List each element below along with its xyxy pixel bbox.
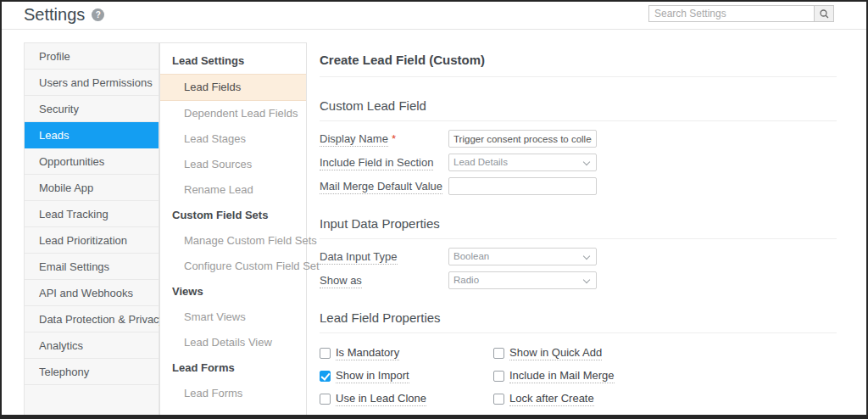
include-in-mail-merge-checkbox[interactable] xyxy=(493,371,504,382)
subnav-item-lead-sources[interactable]: Lead Sources xyxy=(160,152,306,177)
sidebar-item-opportunities[interactable]: Opportunities xyxy=(25,148,159,175)
subnav-group-custom-field-sets: Custom Field Sets xyxy=(160,203,306,228)
subnav-item-smart-views[interactable]: Smart Views xyxy=(160,304,306,330)
lock-after-create-option[interactable]: Lock after Create xyxy=(493,390,667,407)
chevron-down-icon xyxy=(583,277,590,283)
sidebar-item-profile[interactable]: Profile xyxy=(25,43,159,70)
subnav-item-manage-custom-field-sets[interactable]: Manage Custom Field Sets xyxy=(160,228,306,254)
sidebar-item-mobile-app[interactable]: Mobile App xyxy=(25,175,159,201)
subnav-group-lead-settings: Lead Settings xyxy=(160,48,306,74)
checkbox-column-1: Is Mandatory Show in Import Use in Lead … xyxy=(320,344,493,413)
sidebar-item-analytics[interactable]: Analytics xyxy=(25,332,159,359)
subnav-item-lead-details-view[interactable]: Lead Details View xyxy=(160,330,306,355)
settings-sidebar: Profile Users and Permissions Security L… xyxy=(24,42,159,415)
is-mandatory-checkbox[interactable] xyxy=(320,348,331,359)
show-in-import-checkbox[interactable] xyxy=(320,371,331,382)
sidebar-item-data-protection[interactable]: Data Protection & Privacy xyxy=(25,306,159,332)
subnav-item-lead-fields[interactable]: Lead Fields xyxy=(160,74,306,101)
display-name-field[interactable] xyxy=(448,130,597,148)
main-content: Create Lead Field (Custom) Custom Lead F… xyxy=(320,42,856,419)
header: Settings? xyxy=(2,2,866,30)
display-name-label: Display Name* xyxy=(320,132,448,145)
sidebar-item-lead-prioritization[interactable]: Lead Prioritization xyxy=(25,227,159,254)
subnav-item-dependent-lead-fields[interactable]: Dependent Lead Fields xyxy=(160,101,306,126)
selected-value: Boolean xyxy=(453,251,489,261)
section-custom-lead-field: Custom Lead Field xyxy=(320,98,837,121)
show-as-row: Show as Radio xyxy=(320,271,856,289)
mail-merge-default-value-row: Mail Merge Default Value xyxy=(320,177,856,195)
subnav-item-configure-custom-field-set[interactable]: Configure Custom Field Set xyxy=(160,254,306,279)
required-marker: * xyxy=(392,132,396,145)
lead-settings-subnav: Lead Settings Lead Fields Dependent Lead… xyxy=(159,42,307,415)
sidebar-item-api-and-webhooks[interactable]: API and Webhooks xyxy=(25,280,159,306)
is-mandatory-option[interactable]: Is Mandatory xyxy=(320,344,493,361)
lead-field-properties-grid: Is Mandatory Show in Import Use in Lead … xyxy=(320,344,856,413)
mail-merge-default-value-field[interactable] xyxy=(448,177,597,195)
data-input-type-row: Data Input Type Boolean xyxy=(320,248,856,265)
sidebar-item-lead-tracking[interactable]: Lead Tracking xyxy=(25,201,159,227)
form-title: Create Lead Field (Custom) xyxy=(320,53,837,77)
include-field-in-section-select[interactable]: Lead Details xyxy=(448,154,597,171)
show-in-quick-add-checkbox[interactable] xyxy=(493,348,504,359)
use-in-lead-clone-checkbox[interactable] xyxy=(320,394,331,405)
subnav-group-lead-forms: Lead Forms xyxy=(160,355,306,381)
data-input-type-select[interactable]: Boolean xyxy=(448,248,597,265)
help-icon[interactable]: ? xyxy=(92,8,104,21)
subnav-item-rename-lead[interactable]: Rename Lead xyxy=(160,177,306,203)
settings-page: Settings? Profile Users and Permissions … xyxy=(0,0,868,419)
subnav-item-lead-stages[interactable]: Lead Stages xyxy=(160,126,306,152)
show-as-label: Show as xyxy=(320,274,448,287)
data-input-type-label: Data Input Type xyxy=(320,250,448,263)
sidebar-item-users-and-permissions[interactable]: Users and Permissions xyxy=(25,70,159,96)
chevron-down-icon xyxy=(583,159,590,165)
include-field-in-section-row: Include Field in Section Lead Details xyxy=(320,154,856,171)
page-title: Settings? xyxy=(24,5,104,25)
show-as-select[interactable]: Radio xyxy=(448,271,597,289)
checkbox-column-2: Show in Quick Add Include in Mail Merge … xyxy=(493,344,667,413)
sidebar-item-telephony[interactable]: Telephony xyxy=(25,359,159,385)
settings-search xyxy=(648,5,834,22)
lock-after-create-checkbox[interactable] xyxy=(493,394,504,405)
selected-value: Radio xyxy=(453,275,479,285)
show-in-import-option[interactable]: Show in Import xyxy=(320,367,493,384)
sidebar-item-email-settings[interactable]: Email Settings xyxy=(25,254,159,280)
subnav-group-views: Views xyxy=(160,279,306,304)
page-title-text: Settings xyxy=(24,5,85,24)
include-in-mail-merge-option[interactable]: Include in Mail Merge xyxy=(493,367,667,384)
subnav-item-lead-forms[interactable]: Lead Forms xyxy=(160,381,306,406)
search-input[interactable] xyxy=(648,5,815,22)
mail-merge-default-value-label: Mail Merge Default Value xyxy=(320,180,448,193)
sidebar-item-leads[interactable]: Leads xyxy=(25,122,159,148)
section-lead-field-properties: Lead Field Properties xyxy=(320,310,837,333)
selected-value: Lead Details xyxy=(453,157,508,167)
show-in-quick-add-option[interactable]: Show in Quick Add xyxy=(493,344,667,361)
include-field-in-section-label: Include Field in Section xyxy=(320,156,448,169)
display-name-row: Display Name* xyxy=(320,130,856,148)
section-input-data-properties: Input Data Properties xyxy=(320,216,837,239)
use-in-lead-clone-option[interactable]: Use in Lead Clone xyxy=(320,390,493,407)
chevron-down-icon xyxy=(583,253,590,260)
sidebar-item-security[interactable]: Security xyxy=(25,96,159,122)
search-button[interactable] xyxy=(815,5,834,22)
search-icon xyxy=(820,9,829,19)
